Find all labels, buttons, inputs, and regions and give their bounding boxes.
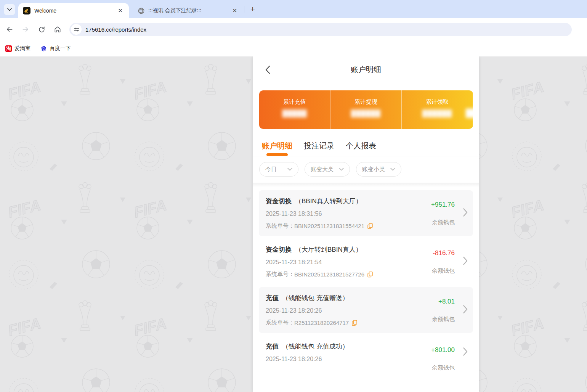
- order-number: BBIN202511231821527726: [294, 271, 364, 278]
- section-tab-bet-records[interactable]: 投注记录: [304, 141, 334, 156]
- transaction-type: 充值: [266, 343, 279, 350]
- back-arrow-icon: [6, 26, 13, 33]
- section-tabs: 账户明细 投注记录 个人报表: [253, 129, 479, 156]
- summary-column: 累计领取 ██████: [402, 90, 473, 129]
- tune-icon: [74, 27, 79, 32]
- bookmark-label: 百度一下: [50, 45, 71, 52]
- welcome-favicon-icon: [23, 7, 30, 14]
- filter-label: 账变大类: [311, 166, 334, 173]
- panel-header: 账户明细: [253, 56, 479, 83]
- order-number: R2511231820264717: [294, 320, 349, 326]
- browser-tab-welcome[interactable]: Welcome ✕: [18, 3, 129, 18]
- copy-icon[interactable]: [367, 272, 373, 278]
- home-button[interactable]: [51, 23, 64, 36]
- transaction-detail: （BBIN真人转到大厅）: [295, 198, 362, 205]
- amount-value: +801.00: [431, 346, 455, 354]
- site-info-button[interactable]: [71, 24, 82, 35]
- bookmark-baidu[interactable]: du 百度一下: [40, 45, 71, 52]
- amount-column: +8.01 余额钱包: [432, 298, 455, 323]
- bookmark-label: 爱淘宝: [14, 45, 30, 52]
- transaction-row[interactable]: 充值（钱能钱包 充值赠送） 2025-11-23 18:20:26 系统单号：R…: [259, 287, 473, 333]
- summary-label: 累计充值: [259, 98, 330, 106]
- close-tab-icon[interactable]: ✕: [230, 6, 239, 15]
- copy-icon[interactable]: [367, 223, 373, 229]
- tab-title: :::视讯 会员下注纪录:::: [148, 7, 230, 14]
- chevron-right-icon[interactable]: [463, 257, 468, 267]
- amount-column: -816.76 余额钱包: [432, 249, 455, 275]
- order-number: BBIN202511231831554421: [294, 223, 364, 229]
- transaction-detail: （钱能钱包 充值赠送）: [282, 294, 349, 302]
- transaction-type: 资金切换: [266, 246, 292, 253]
- amount-value: +8.01: [432, 298, 455, 305]
- filter-dropdown[interactable]: 今日: [259, 162, 298, 177]
- summary-label: 累计提现: [330, 98, 401, 106]
- browser-tab-strip: Welcome ✕ :::视讯 会员下注纪录::: ✕ +: [0, 0, 587, 18]
- chevron-down-icon: [390, 168, 395, 171]
- totals-summary-card[interactable]: 累计充值 █████ 累计提现 ██████ 累计领取 ██████ ██: [259, 90, 473, 129]
- transaction-list: 资金切换（BBIN真人转到大厅） 2025-11-23 18:31:56 系统单…: [253, 187, 479, 369]
- section-tab-personal-report[interactable]: 个人报表: [346, 141, 376, 156]
- bookmark-aitaobao[interactable]: 淘 爱淘宝: [5, 45, 30, 52]
- chevron-right-icon[interactable]: [463, 208, 468, 218]
- reload-button[interactable]: [35, 23, 48, 36]
- amount-column: +801.00 余额钱包: [431, 346, 455, 371]
- amount-value: -816.76: [432, 249, 455, 257]
- copy-icon[interactable]: [352, 320, 357, 326]
- page-content: FIFA: [0, 56, 587, 392]
- tab-search-button[interactable]: [4, 4, 15, 15]
- url-text: 175616.cc/reports/index: [85, 26, 146, 33]
- wallet-label: 余额钱包: [431, 364, 455, 371]
- wallet-label: 余额钱包: [431, 219, 455, 226]
- order-number-label: 系统单号：: [266, 222, 294, 230]
- transaction-row[interactable]: 充值（钱能钱包 充值成功） 2025-11-23 18:20:26 +801.0…: [259, 336, 473, 369]
- tab-label: 投注记录: [304, 141, 334, 150]
- chevron-down-icon: [287, 168, 292, 171]
- wallet-label: 余额钱包: [432, 316, 455, 323]
- filter-row: 今日 账变大类 账变小类: [253, 156, 479, 183]
- transaction-row[interactable]: 资金切换（大厅转到BBIN真人） 2025-11-23 18:21:54 系统单…: [259, 239, 473, 284]
- summary-masked-value: ██████: [330, 110, 401, 117]
- baidu-paw-icon: du: [40, 45, 47, 52]
- chevron-right-icon[interactable]: [463, 347, 468, 357]
- transaction-row[interactable]: 资金切换（BBIN真人转到大厅） 2025-11-23 18:31:56 系统单…: [259, 190, 473, 236]
- globe-icon: [138, 8, 144, 14]
- transaction-type: 充值: [266, 294, 279, 302]
- address-bar[interactable]: 175616.cc/reports/index: [69, 23, 572, 36]
- browser-toolbar: 175616.cc/reports/index: [0, 18, 587, 40]
- tab-title: Welcome: [34, 8, 115, 14]
- chevron-right-icon[interactable]: [463, 305, 468, 315]
- browser-tab-betting-records[interactable]: :::视讯 会员下注纪录::: ✕: [133, 3, 243, 18]
- taobao-icon: 淘: [5, 45, 12, 52]
- transaction-detail: （大厅转到BBIN真人）: [295, 246, 362, 253]
- home-icon: [54, 26, 61, 33]
- account-detail-panel: 账户明细 累计充值 █████ 累计提现 ██████ 累计领取 ██████ …: [253, 56, 479, 392]
- forward-arrow-icon: [22, 26, 29, 33]
- filter-label: 今日: [265, 166, 277, 173]
- filter-dropdown[interactable]: 账变小类: [356, 162, 401, 177]
- filter-dropdown[interactable]: 账变大类: [305, 162, 350, 177]
- tab-separator: [244, 6, 244, 13]
- section-tab-account-detail[interactable]: 账户明细: [262, 141, 292, 156]
- back-button[interactable]: [3, 23, 16, 36]
- chevron-down-icon: [339, 168, 344, 171]
- forward-button[interactable]: [19, 23, 32, 36]
- new-tab-button[interactable]: +: [248, 4, 258, 14]
- back-button-panel[interactable]: [263, 65, 273, 75]
- filter-label: 账变小类: [362, 166, 385, 173]
- amount-value: +951.76: [431, 201, 455, 209]
- summary-label: 累计领取: [402, 98, 473, 106]
- amount-column: +951.76 余额钱包: [431, 201, 455, 226]
- summary-masked-value: ██████: [402, 110, 473, 117]
- order-number-label: 系统单号：: [266, 319, 294, 326]
- chevron-left-icon: [265, 66, 270, 74]
- order-number-label: 系统单号：: [266, 271, 294, 278]
- summary-column: 累计充值 █████: [259, 90, 330, 129]
- tab-label: 账户明细: [262, 141, 292, 150]
- bookmarks-bar: 淘 爱淘宝 du 百度一下: [0, 40, 587, 56]
- summary-masked-value: █████: [259, 110, 330, 117]
- reload-icon: [38, 26, 45, 33]
- close-tab-icon[interactable]: ✕: [115, 6, 125, 15]
- summary-column: 累计提现 ██████: [330, 90, 402, 129]
- masked-partial-value: ██: [466, 109, 473, 117]
- wallet-label: 余额钱包: [432, 267, 455, 275]
